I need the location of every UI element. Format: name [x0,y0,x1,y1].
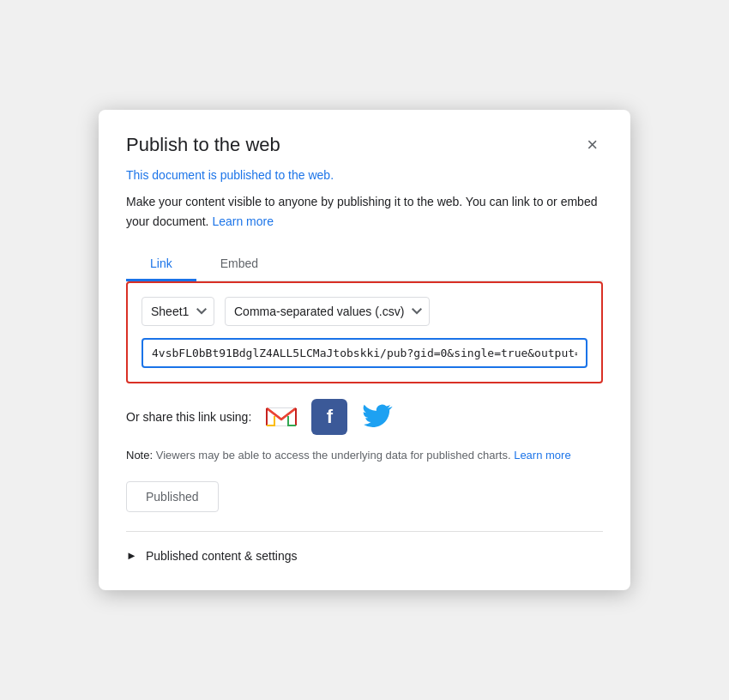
note-learn-more[interactable]: Learn more [514,449,570,462]
dropdowns-row: Sheet1 Sheet2 Sheet3 Comma-separated val… [142,297,587,326]
section-divider [126,531,603,532]
expand-row[interactable]: ► Published content & settings [126,546,603,566]
twitter-icon [362,404,393,430]
published-notice: This document is published to the web. [126,168,603,182]
tab-bar: Link Embed [126,248,603,281]
facebook-icon: f [327,407,333,426]
description-learn-more[interactable]: Learn more [212,214,274,228]
note-body: Viewers may be able to access the underl… [153,449,510,462]
gmail-icon [266,405,297,429]
description-main: Make your content visible to anyone by p… [126,195,597,227]
share-label: Or share this link using: [126,410,251,424]
expand-arrow-icon: ► [126,549,137,562]
note-bold: Note: [126,449,153,462]
format-dropdown[interactable]: Comma-separated values (.csv) Tab-separa… [225,297,430,326]
share-gmail-button[interactable] [263,399,299,435]
expand-label: Published content & settings [146,549,298,563]
share-row: Or share this link using: [126,399,603,435]
tab-embed[interactable]: Embed [196,248,282,281]
share-facebook-button[interactable]: f [311,399,347,435]
sheet-dropdown[interactable]: Sheet1 Sheet2 Sheet3 [142,297,214,326]
description-text: Make your content visible to anyone by p… [126,192,603,231]
tab-link[interactable]: Link [126,248,196,281]
publish-dialog: Publish to the web × This document is pu… [99,110,630,589]
dialog-header: Publish to the web × [126,134,603,156]
content-box: Sheet1 Sheet2 Sheet3 Comma-separated val… [126,281,603,383]
link-input[interactable] [142,338,587,368]
published-button[interactable]: Published [126,481,219,512]
close-button[interactable]: × [581,134,603,156]
note-text: Note: Viewers may be able to access the … [126,447,603,464]
share-twitter-button[interactable] [359,399,395,435]
dialog-title: Publish to the web [126,134,280,156]
